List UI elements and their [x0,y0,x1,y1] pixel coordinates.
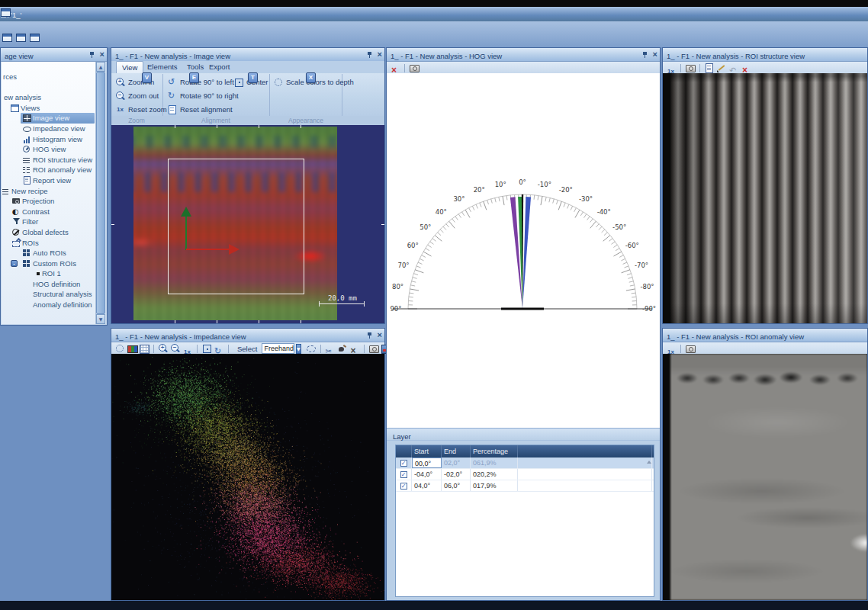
zoom-out-icon[interactable] [170,343,181,354]
table-scroll-up-icon[interactable] [647,461,651,464]
cell-start[interactable]: 00,0° [412,458,442,468]
tree-item-structural-analysis[interactable]: Structural analysis [2,289,96,300]
pen-icon[interactable] [716,63,727,73]
tree-item-anomaly-definition[interactable]: Anomaly definition [2,300,96,310]
rotate-icon[interactable] [214,343,224,354]
palette-icon[interactable] [127,343,137,354]
one-x-icon[interactable] [182,343,193,354]
tab-elements[interactable]: Elements [142,61,183,73]
tree-item-impedance-view[interactable]: Impedance view [2,124,96,134]
undo-icon[interactable] [728,63,739,73]
selection-tool-dropdown[interactable]: Freehand [262,343,294,354]
scroll-up-button[interactable]: ▲ [96,62,105,72]
report-icon[interactable] [704,63,715,73]
cell-start[interactable]: 04,0° [412,480,442,491]
layer-table[interactable]: StartEndPercentage✓00,0°02,0°061,9%✓-04,… [395,445,654,597]
tree-item-hog-definition[interactable]: HOG definition [2,279,96,290]
roi-structure-image[interactable] [663,73,867,323]
window-layout-icon[interactable] [2,32,12,43]
cell-end[interactable]: 06,0° [442,480,471,491]
collapse-icon[interactable]: - [11,260,18,267]
layer-checkbox[interactable]: ✓ [400,483,407,490]
cell-end[interactable]: -02,0° [442,469,471,480]
no-entry-icon [12,228,21,236]
tree-item-ew-analysis[interactable]: ew analysis [2,92,96,103]
layer-checkbox[interactable]: ✓ [400,460,407,467]
tree-item-auto-rois[interactable]: Auto ROIs [2,248,96,258]
scroll-thumb[interactable] [96,72,105,314]
layer-checkbox[interactable]: ✓ [400,471,407,478]
image-canvas-area[interactable]: 20,0 mm [111,125,384,323]
center-icon[interactable] [201,343,212,354]
tree-item-rces[interactable]: rces [2,72,96,82]
tree-scrollbar[interactable]: ▲ ▼ [95,62,106,324]
lasso-icon[interactable] [306,343,317,354]
camera-icon[interactable] [685,63,696,73]
tree-item-roi-structure-view[interactable]: ROI structure view [2,155,96,165]
hog-chart-area[interactable]: 90°80°70°60°50°40°30°20°10°0°-10°-20°-30… [387,73,660,428]
tree-item-image-view[interactable]: Image view [2,113,96,124]
camera-icon[interactable] [409,63,420,73]
roi-selection-rect[interactable] [168,159,304,294]
layer-row[interactable]: ✓00,0°02,0°061,9% [396,458,654,469]
scroll-down-button[interactable]: ▼ [96,314,105,324]
appearance-icon[interactable] [114,343,125,354]
reset-alignment-button[interactable]: Reset alignment [167,103,233,116]
tree-item-filter[interactable]: Filter [2,217,96,227]
pin-icon[interactable] [641,51,648,59]
close-icon[interactable]: × [378,50,382,59]
tab-export[interactable]: Export [204,61,235,73]
rotate-left-button[interactable]: Rotate 90° to left [167,75,234,88]
zoom-in-icon[interactable] [158,343,169,354]
brush-icon[interactable] [337,343,348,354]
pin-icon[interactable] [88,51,95,59]
cell-percentage[interactable]: 061,9% [471,458,518,468]
close-icon[interactable]: × [653,50,657,59]
camera-icon[interactable] [685,343,696,354]
cell-percentage[interactable]: 020,2% [471,469,518,480]
close-icon[interactable]: × [378,331,382,339]
tree-item-projection[interactable]: Projection [2,196,96,207]
checkbox-cell: ✓ [396,458,412,468]
tree-item-new-recipe[interactable]: New recipe [2,186,96,197]
rotate-right-button[interactable]: Rotate 90° to right [167,89,239,102]
dropdown-arrow-button[interactable]: ▼ [296,344,301,354]
pin-icon[interactable] [366,51,373,59]
ellipse-icon [23,124,31,133]
separator [320,345,321,353]
delete-red-x-icon[interactable] [741,63,751,73]
pin-icon[interactable] [366,332,373,339]
cut-icon[interactable] [325,343,336,354]
tree-item-global-defects[interactable]: Global defects [2,227,96,238]
close-icon[interactable]: × [100,50,104,59]
scan-image[interactable] [133,127,337,320]
layer-row[interactable]: ✓04,0°06,0°017,9% [396,480,654,492]
tree-item-custom-rois[interactable]: -Custom ROIs [2,258,96,269]
save-layout-icon[interactable] [29,32,40,43]
cell-start[interactable]: -04,0° [412,469,442,480]
tree-item-report-view[interactable]: Report view [2,175,96,186]
one-x-icon[interactable] [666,63,677,73]
delete-red-x-icon[interactable] [390,63,400,73]
tab-view[interactable]: View [116,61,143,73]
tree-item-contrast[interactable]: Contrast [2,207,96,217]
one-x-icon[interactable] [666,343,677,354]
layer-row[interactable]: ✓-04,0°-02,0°020,2% [396,469,654,480]
tree-item-rois[interactable]: ROIs [2,238,96,249]
camera-icon[interactable] [368,343,379,354]
cell-percentage[interactable]: 017,9% [471,480,518,491]
tree-item-roi-anomaly-view[interactable]: ROI anomaly view [2,165,96,175]
reset-zoom-button[interactable]: Reset zoom [115,103,167,116]
tree-item-hog-view[interactable]: HOG view [2,144,96,155]
delete-icon[interactable] [349,343,360,354]
cell-end[interactable]: 02,0° [442,458,471,468]
tree-item-views[interactable]: Views [2,103,96,114]
grid-icon[interactable] [139,343,149,354]
zoom-out-button[interactable]: Zoom out [115,89,159,102]
zoom-in-icon [115,77,126,88]
tree-item-histogram-view[interactable]: Histogram view [2,134,96,145]
cascade-windows-icon[interactable] [15,32,26,43]
impedance-scatter[interactable] [111,354,384,600]
tree-item-roi-1[interactable]: ROI 1 [2,268,96,279]
roi-anomaly-image[interactable] [663,354,867,600]
